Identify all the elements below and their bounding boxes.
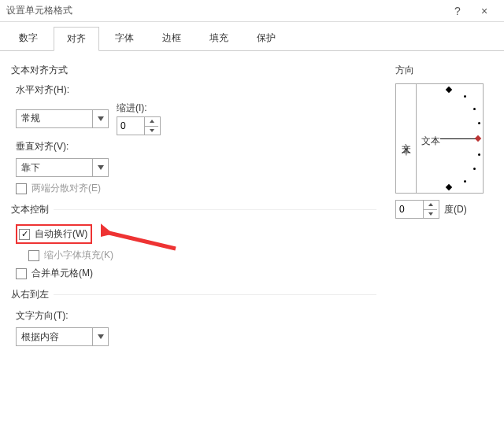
shrink-checkbox-row[interactable]: 缩小字体填充(K) xyxy=(28,249,376,262)
justify-distributed-label: 两端分散对齐(E) xyxy=(32,182,101,195)
tab-fill[interactable]: 填充 xyxy=(197,27,241,50)
orientation-line xyxy=(440,138,476,139)
v-align-value: 靠下 xyxy=(17,161,92,175)
dial-dot-icon xyxy=(478,122,480,124)
window-title: 设置单元格格式 xyxy=(6,4,444,17)
orientation-vertical-button[interactable]: 文本 xyxy=(396,84,417,193)
spinner-buttons xyxy=(144,117,158,135)
merge-label: 合并单元格(M) xyxy=(32,267,93,280)
svg-line-0 xyxy=(106,232,176,249)
tab-number[interactable]: 数字 xyxy=(6,27,50,50)
dial-diamond-icon xyxy=(446,184,452,190)
checkbox-icon xyxy=(16,183,27,194)
tab-protect[interactable]: 保护 xyxy=(244,27,288,50)
dial-diamond-icon xyxy=(446,87,452,93)
spinner-buttons xyxy=(423,201,437,218)
help-button[interactable]: ? xyxy=(444,5,471,17)
indent-label: 缩进(I): xyxy=(117,101,161,115)
h-align-value: 常规 xyxy=(17,112,92,125)
h-align-select[interactable]: 常规 xyxy=(16,109,109,128)
dial-dot-icon xyxy=(478,153,480,156)
shrink-label: 缩小字体填充(K) xyxy=(44,249,113,262)
checkbox-icon xyxy=(28,250,39,261)
v-align-label: 垂直对齐(V): xyxy=(16,140,376,153)
dial-dot-icon xyxy=(473,108,476,110)
titlebar: 设置单元格格式 ? × xyxy=(0,0,504,22)
degree-spinner[interactable] xyxy=(395,200,439,219)
spinner-up-icon[interactable] xyxy=(145,117,158,127)
v-align-select[interactable]: 靠下 xyxy=(16,158,109,177)
chevron-down-icon xyxy=(92,159,108,176)
dial-dot-icon xyxy=(464,180,466,183)
degree-label: 度(D) xyxy=(444,203,467,216)
checkbox-icon xyxy=(16,268,27,279)
tab-align[interactable]: 对齐 xyxy=(54,27,99,51)
highlight-annotation: 自动换行(W) xyxy=(16,224,92,244)
chevron-down-icon xyxy=(92,328,108,345)
chevron-down-icon xyxy=(92,110,108,127)
justify-distributed-checkbox[interactable]: 两端分散对齐(E) xyxy=(16,182,376,195)
wrap-label: 自动换行(W) xyxy=(35,227,87,241)
spinner-down-icon[interactable] xyxy=(424,210,437,219)
text-direction-label: 文字方向(T): xyxy=(16,309,376,323)
wrap-checkbox[interactable] xyxy=(19,229,30,240)
orientation-control[interactable]: 文本 文本 xyxy=(395,83,484,194)
orientation-vertical-text: 文本 xyxy=(399,135,413,142)
orientation-dial-label: 文本 xyxy=(421,135,440,148)
indent-input[interactable] xyxy=(117,120,144,131)
indent-spinner[interactable] xyxy=(117,116,161,135)
orientation-dial[interactable]: 文本 xyxy=(417,84,483,193)
degree-input[interactable] xyxy=(396,204,423,215)
tab-font[interactable]: 字体 xyxy=(102,27,146,50)
close-button[interactable]: × xyxy=(471,5,498,17)
text-direction-select[interactable]: 根据内容 xyxy=(16,327,109,346)
text-align-section-label: 文本对齐方式 xyxy=(11,64,376,77)
spinner-up-icon[interactable] xyxy=(424,201,437,210)
dial-dot-icon xyxy=(473,168,476,170)
rtl-section-label: 从右到左 xyxy=(11,288,54,301)
tab-bar: 数字 对齐 字体 边框 填充 保护 xyxy=(0,22,504,51)
orientation-section-label: 方向 xyxy=(395,64,493,77)
dial-diamond-icon xyxy=(475,135,481,142)
text-control-section-label: 文本控制 xyxy=(11,203,54,216)
h-align-label: 水平对齐(H): xyxy=(16,83,376,97)
merge-checkbox-row[interactable]: 合并单元格(M) xyxy=(16,267,376,280)
text-direction-value: 根据内容 xyxy=(17,330,92,344)
tab-border[interactable]: 边框 xyxy=(150,27,194,50)
arrow-annotation xyxy=(101,221,180,253)
dial-dot-icon xyxy=(464,95,466,98)
spinner-down-icon[interactable] xyxy=(145,127,158,135)
